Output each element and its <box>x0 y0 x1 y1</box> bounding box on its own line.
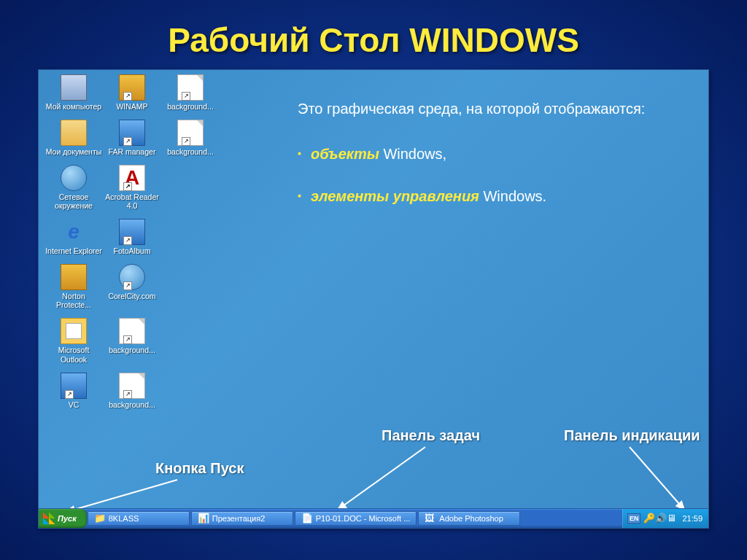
app-icon: 📄 <box>301 513 313 524</box>
annotation-start-button: Кнопка Пуск <box>155 460 244 477</box>
page-icon <box>119 318 145 344</box>
desktop-icon-label: Мой компьютер <box>46 101 101 111</box>
desktop-icon-label: background... <box>109 399 155 409</box>
taskbar-item-photoshop[interactable]: 🖼Adobe Photoshop <box>418 511 520 526</box>
app-icon <box>119 74 145 101</box>
svg-line-1 <box>338 447 425 510</box>
desktop-icon-label: Сетевое окружение <box>45 191 102 210</box>
desktop-icon-label: FAR manager <box>109 146 156 156</box>
taskbar-item-label: P10-01.DOC - Microsoft ... <box>316 514 411 523</box>
globe-icon <box>119 264 145 290</box>
desktop-icon-background3[interactable]: background... <box>103 318 161 363</box>
ie-icon: e <box>61 219 87 245</box>
desktop-icon-fotoalbum[interactable]: FotoAlbum <box>103 219 161 255</box>
annotation-systray: Панель индикации <box>564 427 700 444</box>
tray-icon-2[interactable]: 🖥 <box>667 513 676 524</box>
page-icon <box>177 120 204 146</box>
bullet-2-em: элементы управления <box>311 188 479 204</box>
desktop-icon-acrobat[interactable]: AAcrobat Reader 4.0 <box>103 165 161 210</box>
app-icon: 🖼 <box>425 513 436 524</box>
desktop-icon-background1[interactable]: background... <box>161 74 220 111</box>
computer-icon <box>61 74 87 101</box>
bullet-1: объекты Windows, <box>298 143 677 165</box>
svg-line-0 <box>66 480 177 512</box>
desktop-icon-norton[interactable]: Norton Protecte... <box>44 264 103 309</box>
desktop-icon-my-documents[interactable]: Мои документы <box>44 120 103 156</box>
taskbar-item-8klass[interactable]: 📁8KLASS <box>88 511 190 526</box>
desktop-icon-label: VC <box>69 399 80 409</box>
blue-icon <box>61 373 87 399</box>
desktop-icon-label: background... <box>167 101 214 111</box>
tray-icon-1[interactable]: 🔊 <box>655 513 667 524</box>
pdf-icon: A <box>119 165 145 191</box>
desktop-icon-ie[interactable]: eInternet Explorer <box>44 219 103 255</box>
taskbar-items: 📁8KLASS📊Презентация2📄P10-01.DOC - Micros… <box>87 509 522 528</box>
outlook-icon <box>61 318 87 344</box>
intro-text: Это графическая среда, на которой отобра… <box>298 98 677 120</box>
bullet-2-rest: Windows. <box>479 188 546 204</box>
taskbar-item-p10doc[interactable]: 📄P10-01.DOC - Microsoft ... <box>295 511 417 526</box>
desktop-icon-background2[interactable]: background... <box>161 120 220 156</box>
bullet-1-em: объекты <box>311 146 379 162</box>
arrow-systray <box>615 446 717 518</box>
app-icon: 📁 <box>94 513 106 524</box>
start-button[interactable]: Пуск <box>39 509 87 528</box>
blue-icon <box>119 120 145 146</box>
desktop-screenshot: Мой компьютерWINAMPbackground...Мои доку… <box>38 69 709 529</box>
desktop-icon-label: FotoAlbum <box>114 245 151 255</box>
slide-title: Рабочий Стол WINDOWS <box>0 0 747 60</box>
clock: 21:59 <box>682 514 703 523</box>
desktop-icon-far-manager[interactable]: FAR manager <box>103 120 161 156</box>
app-icon: 📊 <box>198 513 209 524</box>
desktop-icon-winamp[interactable]: WINAMP <box>103 74 161 111</box>
taskbar-item-presentation2[interactable]: 📊Презентация2 <box>191 511 293 526</box>
desktop-icon-label: CorelCity.com <box>108 290 155 300</box>
arrow-taskbar <box>330 446 462 518</box>
svg-line-2 <box>630 447 684 510</box>
tray-icon-0[interactable]: 🔑 <box>643 513 655 524</box>
desktop-icon-label: background... <box>167 146 214 156</box>
app-icon <box>61 264 87 290</box>
desktop-icon-grid: Мой компьютерWINAMPbackground...Мои доку… <box>44 74 285 418</box>
desktop-icon-label: Norton Protecte... <box>45 290 102 309</box>
desktop-icon-outlook[interactable]: Microsoft Outlook <box>44 318 103 363</box>
globe-icon <box>61 165 87 191</box>
desktop-icon-vc[interactable]: VC <box>44 373 103 409</box>
annotation-taskbar: Панель задач <box>382 427 480 444</box>
taskbar-item-label: 8KLASS <box>109 514 139 523</box>
page-icon <box>119 373 145 399</box>
page-icon <box>177 74 204 101</box>
start-button-label: Пуск <box>58 514 77 523</box>
desktop-icon-label: WINAMP <box>116 101 147 111</box>
language-indicator[interactable]: EN <box>627 513 641 524</box>
system-tray[interactable]: EN 🔑🔊🖥 21:59 <box>622 509 708 528</box>
desktop-icon-background4[interactable]: background... <box>103 373 161 409</box>
desktop-icon-label: Microsoft Outlook <box>45 344 102 363</box>
windows-logo-icon <box>43 513 55 524</box>
desktop-icon-label: Internet Explorer <box>45 245 102 255</box>
desktop-icon-label: Acrobat Reader 4.0 <box>104 191 160 210</box>
folder-icon <box>61 120 87 146</box>
taskbar: Пуск 📁8KLASS📊Презентация2📄P10-01.DOC - M… <box>39 508 708 528</box>
bullet-2: элементы управления Windows. <box>298 185 677 207</box>
desktop-icon-label: background... <box>109 344 155 354</box>
desktop-icon-network[interactable]: Сетевое окружение <box>44 165 103 210</box>
desktop-icon-label: Мои документы <box>46 146 102 156</box>
desktop-icon-corelcity[interactable]: CorelCity.com <box>103 264 161 309</box>
desktop-icon-my-computer[interactable]: Мой компьютер <box>44 74 103 111</box>
slide-description: Это графическая среда, на которой отобра… <box>298 98 677 228</box>
taskbar-item-label: Презентация2 <box>212 514 266 523</box>
blue-icon <box>119 219 145 245</box>
bullet-1-rest: Windows, <box>379 146 446 162</box>
taskbar-item-label: Adobe Photoshop <box>439 514 503 523</box>
